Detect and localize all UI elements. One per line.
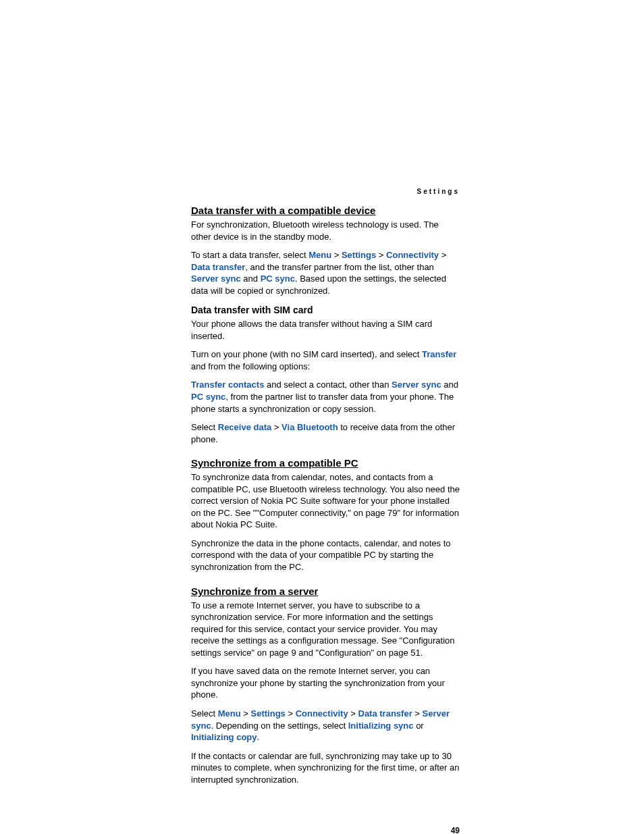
ui-term: Menu [308,250,331,260]
ui-term: PC sync [191,392,225,402]
text-run: > [439,250,446,260]
ui-term: Server sync [191,273,241,284]
text-run: Your phone allows the data transfer with… [191,319,432,341]
text-run: > [331,250,342,260]
text-run: . [257,732,260,742]
ui-term: Via Bluetooth [281,422,338,432]
ui-term: Receive data [218,422,272,432]
text-run: , from the partner list to transfer data… [191,392,454,414]
text-run: To use a remote Internet server, you hav… [191,600,455,658]
text-run: If you have saved data on the remote Int… [191,666,445,700]
text-run: and from the following options: [191,361,310,371]
section-header: Settings [191,188,460,195]
paragraph: Select Receive data > Via Bluetooth to r… [191,421,460,445]
ui-term: Data transfer [358,708,412,719]
ui-term: Settings [251,708,286,719]
paragraph: If the contacts or calendar are full, sy… [191,750,460,786]
text-run: , and the transfer partner from the list… [245,262,434,272]
text-run: . Depending on the settings, select [211,721,348,731]
body-text: Data transfer with a compatible deviceFo… [191,205,460,785]
text-run: Select [191,708,218,719]
section-heading: Synchronize from a server [191,585,460,597]
text-run: and [441,380,458,390]
text-run: and [241,273,261,284]
text-run: > [271,422,281,432]
ui-term: Initializing copy [191,732,257,742]
ui-term: Connectivity [386,250,439,260]
text-run: or [414,721,424,731]
ui-term: Server sync [392,380,441,390]
text-run: > [412,708,423,719]
section-heading: Data transfer with a compatible device [191,205,460,216]
text-run: For synchronization, Bluetooth wireless … [191,219,439,242]
ui-term: Menu [218,708,241,719]
paragraph: To start a data transfer, select Menu > … [191,249,460,296]
ui-term: Transfer contacts [191,380,264,390]
text-run: > [376,250,386,260]
page-number: 49 [451,826,460,834]
text-run: To synchronize data from calendar, notes… [191,472,460,529]
text-run: > [241,708,251,719]
page-content: Settings Data transfer with a compatible… [191,188,460,792]
section-heading: Synchronize from a compatible PC [191,457,460,469]
text-run: Synchronize the data in the phone contac… [191,538,451,572]
ui-term: Connectivity [296,708,348,719]
ui-term: Initializing sync [348,721,414,731]
paragraph: To use a remote Internet server, you hav… [191,600,460,659]
paragraph: If you have saved data on the remote Int… [191,665,460,701]
ui-term: Transfer [422,349,456,359]
text-run: Turn on your phone (with no SIM card ins… [191,349,422,359]
text-run: To start a data transfer, select [191,250,308,260]
text-run: > [348,708,358,719]
ui-term: Data transfer [191,262,245,272]
text-run: Select [191,422,218,432]
text-run: > [286,708,296,719]
paragraph: Synchronize the data in the phone contac… [191,538,460,573]
text-run: and select a contact, other than [264,380,392,390]
paragraph: Turn on your phone (with no SIM card ins… [191,348,460,372]
subsection-heading: Data transfer with SIM card [191,305,460,315]
paragraph: To synchronize data from calendar, notes… [191,471,460,531]
paragraph: Your phone allows the data transfer with… [191,318,460,342]
ui-term: PC sync [261,273,295,284]
paragraph: Transfer contacts and select a contact, … [191,379,460,415]
paragraph: For synchronization, Bluetooth wireless … [191,219,460,242]
text-run: If the contacts or calendar are full, sy… [191,751,459,785]
ui-term: Settings [342,250,376,260]
paragraph: Select Menu > Settings > Connectivity > … [191,708,460,744]
